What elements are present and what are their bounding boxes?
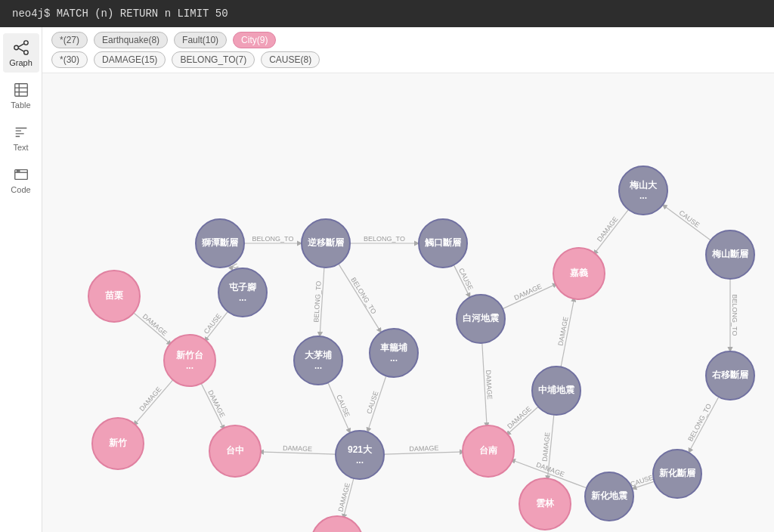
badge-city[interactable]: City(9)	[233, 32, 276, 48]
graph-node[interactable]: 觸口斷層	[419, 219, 467, 268]
edge-label: BELONG_TO	[731, 295, 738, 336]
edge-label: CAUSE	[457, 267, 475, 291]
graph-node[interactable]: 新竹台...	[164, 335, 215, 386]
graph-node[interactable]: 台南	[463, 425, 514, 477]
svg-point-31	[619, 166, 667, 215]
svg-point-29	[532, 367, 580, 415]
svg-point-26	[370, 329, 418, 377]
sidebar: Graph Table Text Code	[0, 27, 42, 532]
legend-bar: *(27) Earthquake(8) Fault(10) City(9) *(…	[42, 27, 774, 73]
sidebar-text-label: Text	[13, 143, 28, 152]
svg-point-22	[302, 219, 350, 268]
edge-label: DAMAGE	[485, 370, 494, 400]
badge-cause[interactable]: CAUSE(8)	[261, 51, 320, 68]
graph-node[interactable]: 屯子腳...	[218, 268, 267, 317]
edge-label: BELONG_TO	[364, 235, 405, 243]
sidebar-table-label: Table	[11, 101, 30, 110]
graph-node[interactable]: 車籠埔...	[370, 329, 418, 377]
svg-line-4	[18, 48, 23, 51]
graph-node[interactable]: 大茅埔...	[294, 336, 342, 385]
svg-point-11	[17, 170, 17, 171]
svg-point-14	[164, 335, 215, 386]
svg-point-18	[463, 425, 514, 477]
svg-point-15	[92, 418, 144, 469]
graph-node[interactable]: 逆移斷層	[302, 219, 350, 268]
graph-edge	[339, 264, 381, 332]
svg-rect-5	[14, 83, 27, 96]
graph-node[interactable]: 中埔地震	[532, 367, 580, 415]
svg-point-19	[519, 478, 571, 530]
graph-node[interactable]: 雲林	[519, 478, 571, 530]
svg-point-2	[23, 50, 27, 54]
graph-node[interactable]: 白河地震	[457, 295, 505, 343]
graph-node[interactable]: 梅山大...	[619, 166, 667, 215]
graph-node[interactable]: 新竹	[92, 418, 144, 469]
badge-all-edges[interactable]: *(30)	[51, 51, 88, 68]
graph-node[interactable]: 梅山斷層	[706, 230, 754, 279]
svg-point-34	[653, 450, 701, 498]
badge-all-nodes[interactable]: *(27)	[51, 32, 88, 48]
svg-point-25	[294, 336, 342, 385]
edge-label: CAUSE	[335, 394, 351, 418]
legend-row-2: *(30) DAMAGE(15) BELONG_TO(7) CAUSE(8)	[51, 51, 765, 68]
svg-point-12	[18, 170, 19, 171]
svg-point-30	[585, 472, 633, 521]
main-layout: Graph Table Text Code	[0, 27, 774, 532]
graph-node[interactable]: 嘉義	[553, 248, 605, 299]
sidebar-item-table[interactable]: Table	[3, 76, 39, 115]
edge-label: BELONG_TO	[686, 403, 713, 443]
svg-point-17	[311, 516, 363, 532]
svg-point-32	[706, 230, 754, 279]
sidebar-code-label: Code	[11, 185, 30, 194]
graph-node[interactable]: 台中	[209, 425, 261, 477]
svg-point-24	[218, 268, 267, 317]
graph-edge	[689, 397, 719, 453]
svg-point-16	[209, 425, 261, 477]
graph-svg: DAMAGEDAMAGEDAMAGEDAMAGEDAMAGEDAMAGECAUS…	[42, 73, 774, 532]
edge-label: DAMAGE	[336, 482, 351, 512]
svg-point-1	[23, 40, 27, 45]
edge-label: DAMAGE	[283, 444, 312, 453]
graph-edge	[594, 209, 629, 254]
command-text: neo4j$ MATCH (n) RETURN n LIMIT 50	[12, 8, 228, 20]
badge-damage[interactable]: DAMAGE(15)	[94, 51, 166, 68]
svg-point-0	[14, 45, 18, 50]
graph-node[interactable]: 右移斷層	[706, 351, 754, 400]
badge-fault[interactable]: Fault(10)	[174, 32, 227, 48]
graph-node[interactable]: 苗栗	[88, 271, 140, 322]
graph-node[interactable]: 921大...	[336, 431, 384, 479]
sidebar-item-text[interactable]: Text	[3, 118, 39, 157]
sidebar-item-graph[interactable]: Graph	[3, 33, 39, 73]
edge-label: DAMAGE	[141, 312, 169, 337]
edge-label: DAMAGE	[535, 461, 565, 478]
edge-label: DAMAGE	[138, 385, 163, 413]
svg-point-27	[336, 431, 384, 479]
edge-label: DAMAGE	[596, 215, 620, 243]
svg-point-20	[553, 248, 605, 299]
edge-label: DAMAGE	[506, 405, 533, 430]
sidebar-graph-label: Graph	[9, 58, 33, 67]
badge-belong-to[interactable]: BELONG_TO(7)	[172, 51, 255, 68]
content-area: *(27) Earthquake(8) Fault(10) City(9) *(…	[42, 27, 774, 532]
graph-canvas: DAMAGEDAMAGEDAMAGEDAMAGEDAMAGEDAMAGECAUS…	[42, 73, 774, 532]
svg-point-33	[706, 351, 754, 400]
svg-point-28	[457, 295, 505, 343]
sidebar-item-code[interactable]: Code	[3, 160, 39, 200]
badge-earthquake[interactable]: Earthquake(8)	[94, 32, 168, 48]
svg-point-23	[419, 219, 467, 268]
edge-label: DAMAGE	[409, 444, 438, 453]
svg-line-3	[18, 43, 23, 46]
graph-edge	[663, 205, 711, 240]
edge-label: BELONG_TO	[349, 276, 377, 315]
svg-point-21	[196, 219, 244, 268]
command-bar: neo4j$ MATCH (n) RETURN n LIMIT 50	[0, 0, 774, 27]
graph-edge	[134, 379, 174, 425]
graph-node[interactable]: 新化地震	[585, 472, 633, 521]
legend-row-1: *(27) Earthquake(8) Fault(10) City(9)	[51, 32, 765, 48]
svg-point-13	[88, 271, 140, 322]
graph-node[interactable]: 南投	[311, 516, 363, 532]
edge-label: BELONG_TO	[252, 235, 294, 243]
graph-node[interactable]: 新化斷層	[653, 450, 701, 498]
graph-node[interactable]: 獅潭斷層	[196, 219, 244, 268]
